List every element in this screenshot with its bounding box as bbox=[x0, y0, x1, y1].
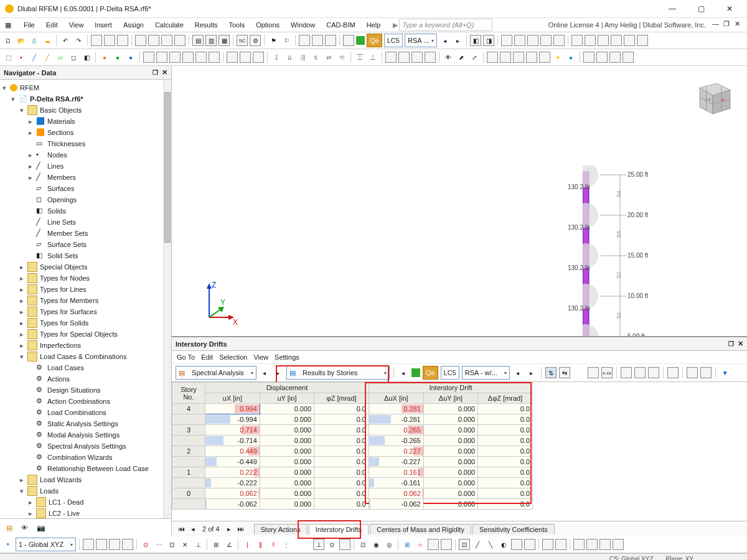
menu-assign[interactable]: Assign bbox=[118, 20, 149, 30]
dim3-icon[interactable] bbox=[253, 52, 264, 63]
v18-icon[interactable] bbox=[586, 539, 598, 550]
v5-icon[interactable]: ◉ bbox=[370, 539, 382, 550]
ortho2-icon[interactable]: ⊞ bbox=[210, 539, 222, 550]
load2-icon[interactable]: ⇊ bbox=[284, 52, 295, 63]
load6-icon[interactable]: ⟲ bbox=[336, 52, 347, 63]
v1-icon[interactable]: ⊥ bbox=[313, 539, 324, 550]
menu-file[interactable]: File bbox=[19, 20, 40, 30]
panel-color-icon[interactable] bbox=[411, 368, 420, 377]
model-viewport[interactable]: +Y -X Z X Y bbox=[172, 66, 747, 336]
table-row[interactable]: 0 0.062 0.0000.0 0.062 0.0000.0 bbox=[172, 488, 533, 499]
v4-icon[interactable]: ⊡ bbox=[357, 539, 369, 550]
color-green-icon[interactable] bbox=[356, 36, 365, 45]
tree-item[interactable]: ⚙Load Combinations bbox=[1, 407, 170, 418]
clr4-icon[interactable] bbox=[526, 52, 537, 63]
table-row[interactable]: 2 0.449 0.0000.0 0.227 0.0000.0 bbox=[172, 446, 533, 457]
table2-icon[interactable]: ▥ bbox=[205, 35, 217, 46]
lc5-combo-top[interactable]: LC5 bbox=[384, 34, 403, 47]
edit6-icon[interactable] bbox=[209, 52, 220, 63]
sup2-icon[interactable]: ⏃ bbox=[367, 52, 378, 63]
minimize-button[interactable]: — bbox=[660, 2, 685, 16]
table-row[interactable]: -0.994 0.0000.0 -0.281 0.0000.0 bbox=[172, 414, 533, 425]
misc3-icon[interactable] bbox=[598, 35, 609, 46]
bt4-icon[interactable] bbox=[122, 539, 133, 550]
nav-tab-data-icon[interactable]: ▤ bbox=[6, 524, 12, 532]
tree-item[interactable]: ⚙Spectral Analysis Settings bbox=[1, 441, 170, 452]
surface-icon[interactable]: ▱ bbox=[55, 52, 66, 63]
prev-lc-icon[interactable]: ◂ bbox=[439, 35, 450, 46]
panel-qe-combo[interactable]: Qe bbox=[423, 366, 438, 380]
panel-prev2-icon[interactable]: ◂ bbox=[398, 367, 409, 378]
misc4-icon[interactable] bbox=[611, 35, 622, 46]
load3-icon[interactable]: ⇶ bbox=[297, 52, 308, 63]
clr5-icon[interactable] bbox=[539, 52, 550, 63]
d1-icon[interactable]: | bbox=[242, 539, 253, 550]
tree-item[interactable]: ▱Surface Sets bbox=[1, 239, 170, 250]
panel-close-icon[interactable]: ✕ bbox=[738, 340, 743, 348]
v7-icon[interactable] bbox=[428, 539, 439, 550]
open-icon[interactable]: 📂 bbox=[16, 35, 27, 46]
menu-insert[interactable]: Insert bbox=[90, 20, 117, 30]
snap-perp-icon[interactable]: ⊥ bbox=[192, 539, 204, 550]
edit1-icon[interactable] bbox=[143, 52, 154, 63]
tool-d-icon[interactable] bbox=[174, 35, 186, 46]
tree-item[interactable]: ◧Solids bbox=[1, 205, 170, 217]
d4-icon[interactable]: ⋮ bbox=[281, 539, 292, 550]
ptool1-icon[interactable] bbox=[588, 367, 599, 378]
tree-item[interactable]: ⚙Combination Wizards bbox=[1, 452, 170, 463]
tree-item[interactable]: ▸Types for Members bbox=[1, 295, 170, 306]
tree-item[interactable]: ╱Line Sets bbox=[1, 217, 170, 228]
ptool2-icon[interactable]: x.xx bbox=[601, 367, 613, 378]
ptool3-icon[interactable] bbox=[621, 367, 632, 378]
grid-icon[interactable] bbox=[91, 35, 102, 46]
tool-b-icon[interactable] bbox=[148, 35, 159, 46]
tree-item[interactable]: ⚙Action Combinations bbox=[1, 396, 170, 407]
res4-icon[interactable] bbox=[425, 52, 436, 63]
edit5-icon[interactable] bbox=[195, 52, 207, 63]
close-panel-icon[interactable]: ✕ bbox=[162, 68, 167, 77]
show3-icon[interactable]: ⤢ bbox=[469, 52, 480, 63]
v12-icon[interactable]: ◐ bbox=[498, 539, 509, 550]
view-b-icon[interactable] bbox=[312, 35, 323, 46]
v16-icon[interactable] bbox=[555, 539, 566, 550]
show1-icon[interactable]: 👁 bbox=[443, 52, 454, 63]
tree-item[interactable]: ⚙Load Cases bbox=[1, 362, 170, 373]
v14-icon[interactable] bbox=[524, 539, 535, 550]
v11-icon[interactable]: ╲ bbox=[485, 539, 496, 550]
v19-icon[interactable] bbox=[599, 539, 611, 550]
tree-item[interactable]: ▸🟦Materials bbox=[1, 116, 170, 127]
snap-int-icon[interactable]: ✕ bbox=[179, 539, 190, 550]
edit2-icon[interactable] bbox=[156, 52, 167, 63]
cs-icon[interactable]: ⌖ bbox=[2, 539, 14, 550]
cir2-icon[interactable]: ● bbox=[112, 52, 123, 63]
clr3-icon[interactable] bbox=[513, 52, 524, 63]
table3-icon[interactable]: ▦ bbox=[218, 35, 230, 46]
tree-item[interactable]: ▸╱Lines bbox=[1, 161, 170, 172]
tree-item[interactable]: ◻Openings bbox=[1, 194, 170, 205]
misc1-icon[interactable] bbox=[571, 35, 583, 46]
panel-menu-go-to[interactable]: Go To bbox=[177, 353, 195, 361]
snap-mid-icon[interactable]: ⋯ bbox=[153, 539, 164, 550]
v13-icon[interactable] bbox=[511, 539, 522, 550]
grid2-icon[interactable]: ⊞ bbox=[402, 539, 413, 550]
tree-item[interactable]: ▸Types for Nodes bbox=[1, 273, 170, 284]
dim2-icon[interactable] bbox=[240, 52, 251, 63]
panel-lcnext-icon[interactable]: ▸ bbox=[526, 367, 537, 378]
end2-icon[interactable] bbox=[596, 52, 608, 63]
child-minimize-icon[interactable]: — bbox=[712, 20, 722, 30]
panel-next-icon[interactable]: ▸ bbox=[273, 367, 284, 378]
persp-icon[interactable]: ◨ bbox=[483, 35, 494, 46]
load4-icon[interactable]: ↯ bbox=[310, 52, 321, 63]
tree-item[interactable]: ▸╱Members bbox=[1, 172, 170, 183]
bt1-icon[interactable] bbox=[83, 539, 94, 550]
results-by-stories-combo[interactable]: ▤ Results by Stories▾ bbox=[286, 366, 390, 380]
member-icon[interactable]: ╱ bbox=[42, 52, 53, 63]
qe-combo-top[interactable]: Qe bbox=[367, 34, 382, 47]
navigator-tree[interactable]: ▾RFEM ▾📄P-Delta RSA.rf6* ▾Basic Objects … bbox=[0, 80, 171, 518]
v6-icon[interactable]: ◎ bbox=[383, 539, 395, 550]
tree-item[interactable]: ⚙Static Analysis Settings bbox=[1, 418, 170, 429]
clr2-icon[interactable] bbox=[500, 52, 511, 63]
ortho-icon[interactable] bbox=[117, 35, 128, 46]
v15-icon[interactable] bbox=[542, 539, 553, 550]
tree-item[interactable]: ⚙Actions bbox=[1, 373, 170, 385]
